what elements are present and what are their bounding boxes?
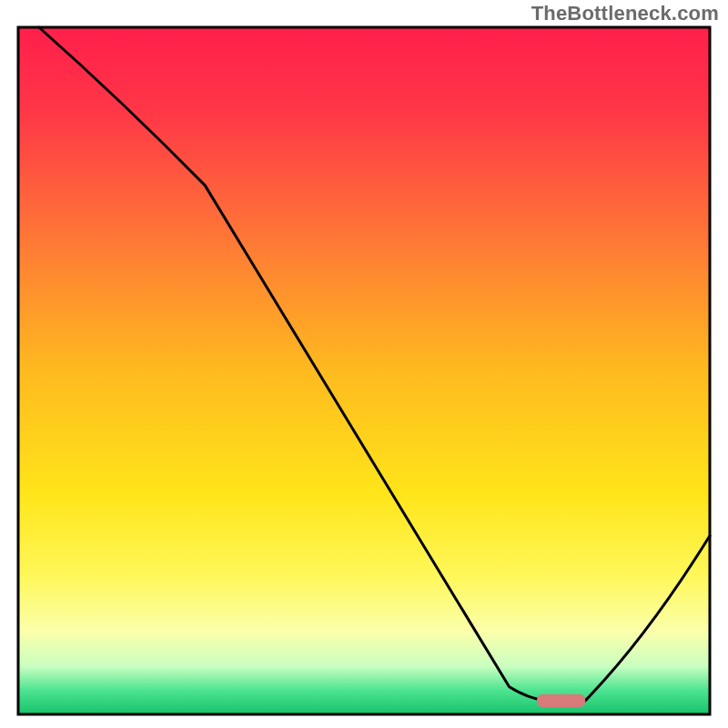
optimal-marker [537, 694, 585, 707]
watermark-text: TheBottleneck.com [531, 2, 719, 25]
chart-container: TheBottleneck.com [0, 0, 728, 728]
bottleneck-chart [0, 0, 728, 728]
plot-background [18, 27, 710, 714]
